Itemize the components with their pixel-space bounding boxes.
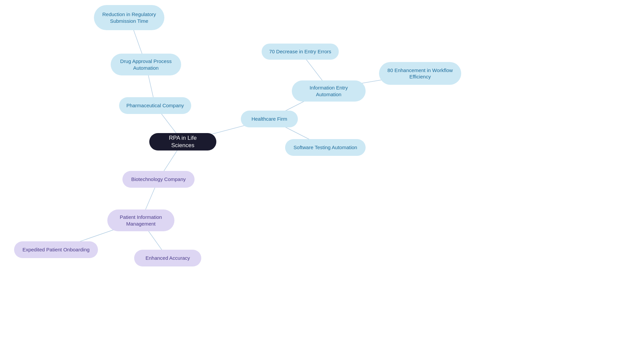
expedited-onboarding-node: Expedited Patient Onboarding <box>14 241 98 258</box>
software-testing-label: Software Testing Automation <box>293 144 357 151</box>
info-entry-node: Information Entry Automation <box>292 80 366 102</box>
workflow-efficiency-label: 80 Enhancement in Workflow Efficiency <box>386 67 454 80</box>
center-node: RPA in Life Sciences <box>149 133 216 150</box>
software-testing-node: Software Testing Automation <box>285 139 366 156</box>
patient-info-label: Patient Information Management <box>114 214 168 227</box>
reduction-label: Reduction in Regulatory Submission Time <box>101 11 158 24</box>
healthcare-firm-node: Healthcare Firm <box>241 111 298 127</box>
biotech-company-node: Biotechnology Company <box>122 171 195 188</box>
reduction-node: Reduction in Regulatory Submission Time <box>94 5 164 30</box>
expedited-onboarding-label: Expedited Patient Onboarding <box>22 246 90 253</box>
pharma-company-node: Pharmaceutical Company <box>119 97 191 114</box>
drug-approval-node: Drug Approval Process Automation <box>111 54 181 75</box>
decrease-errors-node: 70 Decrease in Entry Errors <box>262 44 339 60</box>
drug-approval-label: Drug Approval Process Automation <box>117 58 174 71</box>
info-entry-label: Information Entry Automation <box>299 84 359 98</box>
enhanced-accuracy-node: Enhanced Accuracy <box>134 250 201 266</box>
biotech-company-label: Biotechnology Company <box>131 176 186 183</box>
enhanced-accuracy-label: Enhanced Accuracy <box>146 255 190 261</box>
healthcare-firm-label: Healthcare Firm <box>252 116 287 122</box>
pharma-company-label: Pharmaceutical Company <box>126 102 184 109</box>
center-label: RPA in Life Sciences <box>161 134 204 149</box>
workflow-efficiency-node: 80 Enhancement in Workflow Efficiency <box>379 62 461 85</box>
decrease-errors-label: 70 Decrease in Entry Errors <box>269 48 331 55</box>
patient-info-node: Patient Information Management <box>107 209 174 231</box>
